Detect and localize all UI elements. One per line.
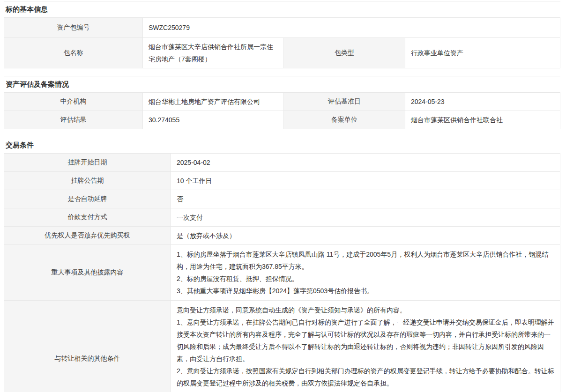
field-value-preemptive-right-waiver: 是（放弃或不涉及） bbox=[171, 227, 560, 244]
field-label-intermediary-agency: 中介机构 bbox=[4, 93, 142, 111]
field-value-appraisal-result: 30.274055 bbox=[142, 111, 283, 129]
section-transaction-conditions: 交易条件 挂牌开始日期 2025-04-02 挂牌公告期 10 个工作日 是否自… bbox=[4, 137, 560, 392]
field-value-major-matters-disclosure: 1、标的房屋坐落于烟台市蓬莱区大辛店镇凤凰山路 11号，建成于2005年5月，权… bbox=[171, 245, 560, 300]
table-row: 挂牌公告期 10 个工作日 bbox=[4, 171, 560, 190]
field-label-major-matters-disclosure: 重大事项及其他披露内容 bbox=[4, 245, 171, 300]
field-label-listing-start-date: 挂牌开始日期 bbox=[4, 154, 171, 171]
condition-paragraph: 1、意向受让方须承诺，在挂牌公告期间已自行对标的资产进行了全面了解，一经递交受让… bbox=[177, 316, 554, 365]
disclosure-paragraph: 1、标的房屋坐落于烟台市蓬莱区大辛店镇凤凰山路 11号，建成于2005年5月，权… bbox=[177, 248, 554, 273]
field-value-other-transfer-conditions: 意向受让方须承诺，同意系统自动生成的《资产受让须知与承诺》的所有内容。 1、意向… bbox=[171, 301, 560, 392]
field-value-payment-method: 一次支付 bbox=[171, 208, 560, 226]
field-value-filing-unit: 烟台市蓬莱区供销合作社联合社 bbox=[405, 111, 560, 129]
field-label-appraisal-base-date: 评估基准日 bbox=[283, 93, 405, 111]
table-row: 优先权人是否放弃优先购买权 是（放弃或不涉及） bbox=[4, 226, 560, 244]
condition-paragraph: 意向受让方须承诺，同意系统自动生成的《资产受让须知与承诺》的所有内容。 bbox=[177, 304, 554, 316]
table-row: 价款支付方式 一次支付 bbox=[4, 208, 560, 226]
field-label-preemptive-right-waiver: 优先权人是否放弃优先购买权 bbox=[4, 227, 171, 244]
field-label-filing-unit: 备案单位 bbox=[283, 111, 405, 129]
section-title-basic-info: 标的基本信息 bbox=[4, 1, 560, 17]
table-row: 包名称 烟台市蓬莱区大辛店供销合作社所属一宗住宅房地产（7套阁楼） 包类型 行政… bbox=[4, 37, 560, 68]
field-value-listing-start-date: 2025-04-02 bbox=[171, 154, 560, 171]
appraisal-record-table: 中介机构 烟台华彬土地房地产资产评估有限公司 评估基准日 2024-05-23 … bbox=[4, 92, 560, 129]
field-value-auto-extension: 否 bbox=[171, 190, 560, 208]
field-label-listing-announcement-period: 挂牌公告期 bbox=[4, 172, 171, 190]
table-row: 是否自动延牌 否 bbox=[4, 190, 560, 208]
field-value-listing-announcement-period: 10 个工作日 bbox=[171, 172, 560, 190]
table-row: 中介机构 烟台华彬土地房地产资产评估有限公司 评估基准日 2024-05-23 bbox=[4, 93, 560, 111]
field-label-auto-extension: 是否自动延牌 bbox=[4, 190, 171, 208]
field-label-other-transfer-conditions: 与转让相关的其他条件 bbox=[4, 301, 171, 392]
section-title-transaction-conditions: 交易条件 bbox=[4, 137, 560, 153]
asset-listing-detail-page: 标的基本信息 资产包编号 SWZC250279 包名称 烟台市蓬莱区大辛店供销合… bbox=[0, 1, 566, 392]
field-value-package-type: 行政事业单位资产 bbox=[405, 38, 560, 68]
condition-paragraph: 3、意向受让方须承诺，在被确定为受让方的次日起5个工作日内与转让方签署《资产交易… bbox=[177, 389, 554, 392]
field-value-package-name: 烟台市蓬莱区大辛店供销合作社所属一宗住宅房地产（7套阁楼） bbox=[142, 38, 283, 68]
field-label-payment-method: 价款支付方式 bbox=[4, 208, 171, 226]
field-value-appraisal-base-date: 2024-05-23 bbox=[405, 93, 560, 111]
disclosure-paragraph: 2、标的房屋没有租赁、抵押、担保情况。 bbox=[177, 273, 554, 285]
condition-paragraph: 2、意向受让方须承诺，按照国家有关规定自行到相关部门办理标的资产的权属变更登记手… bbox=[177, 365, 554, 389]
field-label-appraisal-result: 评估结果 bbox=[4, 111, 142, 129]
section-basic-info: 标的基本信息 资产包编号 SWZC250279 包名称 烟台市蓬莱区大辛店供销合… bbox=[4, 1, 560, 68]
table-row: 评估结果 30.274055 备案单位 烟台市蓬莱区供销合作社联合社 bbox=[4, 111, 560, 129]
field-label-package-name: 包名称 bbox=[4, 38, 142, 68]
field-label-asset-package-number: 资产包编号 bbox=[4, 18, 142, 37]
disclosure-paragraph: 3、其他重大事项详见烟华彬房【2024】蓬字第0503号估价报告书。 bbox=[177, 285, 554, 297]
transaction-conditions-table: 挂牌开始日期 2025-04-02 挂牌公告期 10 个工作日 是否自动延牌 否… bbox=[4, 153, 560, 392]
table-row: 重大事项及其他披露内容 1、标的房屋坐落于烟台市蓬莱区大辛店镇凤凰山路 11号，… bbox=[4, 244, 560, 300]
table-row: 资产包编号 SWZC250279 bbox=[4, 18, 560, 37]
table-row: 与转让相关的其他条件 意向受让方须承诺，同意系统自动生成的《资产受让须知与承诺》… bbox=[4, 300, 560, 392]
basic-info-table: 资产包编号 SWZC250279 包名称 烟台市蓬莱区大辛店供销合作社所属一宗住… bbox=[4, 17, 560, 68]
section-appraisal-record: 资产评估及备案情况 中介机构 烟台华彬土地房地产资产评估有限公司 评估基准日 2… bbox=[4, 76, 560, 129]
field-value-intermediary-agency: 烟台华彬土地房地产资产评估有限公司 bbox=[142, 93, 283, 111]
field-label-package-type: 包类型 bbox=[283, 38, 405, 68]
section-title-appraisal-record: 资产评估及备案情况 bbox=[4, 76, 560, 92]
table-row: 挂牌开始日期 2025-04-02 bbox=[4, 154, 560, 171]
field-value-asset-package-number: SWZC250279 bbox=[142, 18, 560, 37]
